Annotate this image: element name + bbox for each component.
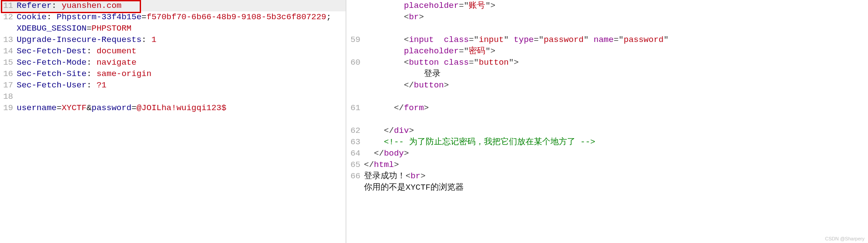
code-token: Phpstorm-33f4b15e: [56, 12, 141, 22]
line-number: 61: [346, 102, 362, 114]
code-line[interactable]: 登录: [346, 68, 868, 80]
code-token: :: [87, 46, 97, 56]
code-token: username: [17, 103, 56, 113]
code-line[interactable]: 61 </form>: [346, 102, 868, 114]
code-token: yuanshen.com: [62, 1, 122, 10]
code-token: class: [444, 35, 469, 45]
code-token: </: [404, 80, 414, 90]
code-line[interactable]: placeholder="账号">: [346, 0, 868, 11]
code-token: =": [614, 35, 624, 45]
code-content[interactable]: 登录成功！<br>: [362, 170, 868, 182]
code-content[interactable]: placeholder="账号">: [362, 0, 868, 11]
code-token: div: [394, 126, 409, 135]
code-token: <: [406, 171, 410, 181]
code-line[interactable]: 11Referer: yuanshen.com: [0, 0, 346, 11]
code-content[interactable]: [362, 114, 868, 125]
code-content[interactable]: Cookie: Phpstorm-33f4b15e=f570bf70-6b66-…: [15, 11, 346, 23]
code-line[interactable]: 17Sec-Fetch-User: ?1: [0, 80, 346, 91]
right-code-area[interactable]: placeholder="账号"> <br> 59 <input class="…: [346, 0, 868, 243]
code-token: :: [87, 69, 97, 79]
code-content[interactable]: </button>: [362, 80, 868, 91]
code-token: placeholder: [404, 46, 459, 56]
code-content[interactable]: </div>: [362, 125, 868, 136]
code-content[interactable]: </html>: [362, 159, 868, 170]
code-line[interactable]: 16Sec-Fetch-Site: same-origin: [0, 68, 346, 80]
code-line[interactable]: 15Sec-Fetch-Mode: navigate: [0, 57, 346, 68]
code-token: navigate: [96, 58, 136, 67]
code-token: :: [87, 80, 97, 90]
code-line[interactable]: 12Cookie: Phpstorm-33f4b15e=f570bf70-6b6…: [0, 11, 346, 23]
code-token: button: [414, 80, 444, 90]
code-line[interactable]: [346, 91, 868, 102]
code-content[interactable]: </body>: [362, 148, 868, 159]
code-content[interactable]: </form>: [362, 102, 868, 114]
code-token: form: [404, 103, 424, 113]
code-token: Sec-Fetch-Site: [17, 69, 87, 79]
code-line[interactable]: 66登录成功！<br>: [346, 170, 868, 182]
code-content[interactable]: Sec-Fetch-Site: same-origin: [15, 68, 346, 80]
code-content[interactable]: Sec-Fetch-Mode: navigate: [15, 57, 346, 68]
line-number: 14: [0, 45, 15, 57]
code-token: >: [444, 80, 448, 90]
code-line[interactable]: <br>: [346, 11, 868, 23]
code-content[interactable]: 你用的不是XYCTF的浏览器: [362, 182, 868, 193]
code-token: <: [404, 58, 409, 67]
code-line[interactable]: 18: [0, 91, 346, 102]
code-token: Sec-Fetch-Dest: [17, 46, 87, 56]
right-editor-pane[interactable]: placeholder="账号"> <br> 59 <input class="…: [346, 0, 868, 243]
code-token: html: [374, 160, 394, 170]
code-content[interactable]: XDEBUG_SESSION=PHPSTORM: [15, 23, 346, 34]
line-number: 17: [0, 80, 15, 91]
line-number: 18: [0, 91, 15, 102]
code-line[interactable]: 14Sec-Fetch-Dest: document: [0, 45, 346, 57]
code-line[interactable]: [346, 114, 868, 125]
code-content[interactable]: [362, 91, 868, 102]
code-token: &: [87, 103, 92, 113]
code-content[interactable]: [362, 23, 868, 34]
code-token: name: [594, 35, 614, 45]
code-token: </: [384, 103, 404, 113]
code-token: ": [504, 35, 514, 45]
code-line[interactable]: 13Upgrade-Insecure-Requests: 1: [0, 34, 346, 45]
code-line[interactable]: 你用的不是XYCTF的浏览器: [346, 182, 868, 193]
code-token: [439, 58, 444, 67]
code-token: 1: [152, 35, 156, 45]
left-code-area[interactable]: 11Referer: yuanshen.com12Cookie: Phpstor…: [0, 0, 346, 243]
code-token: input: [479, 35, 504, 45]
code-token: password: [544, 35, 584, 45]
code-content[interactable]: <input class="input" type="password" nam…: [362, 34, 868, 45]
code-token: f570bf70-6b66-48b9-9108-5b3c6f807229: [146, 12, 326, 22]
code-token: Sec-Fetch-User: [17, 80, 87, 90]
code-line[interactable]: 62 </div>: [346, 125, 868, 136]
code-content[interactable]: Sec-Fetch-User: ?1: [15, 80, 346, 91]
code-token: :: [87, 58, 97, 67]
code-line[interactable]: [346, 23, 868, 34]
code-line[interactable]: 63 <!-- 为了防止忘记密码，我把它们放在某个地方了 -->: [346, 136, 868, 148]
left-editor-pane[interactable]: 11Referer: yuanshen.com12Cookie: Phpstor…: [0, 0, 346, 243]
code-content[interactable]: username=XYCTF&password=@JOILha!wuigqi12…: [15, 102, 346, 114]
code-content[interactable]: <br>: [362, 11, 868, 23]
code-content[interactable]: placeholder="密码">: [362, 45, 868, 57]
code-content[interactable]: Referer: yuanshen.com: [15, 0, 346, 11]
code-content[interactable]: <button class="button">: [362, 57, 868, 68]
code-line[interactable]: 60 <button class="button">: [346, 57, 868, 68]
code-token: br: [410, 171, 420, 181]
code-token: >: [420, 171, 425, 181]
code-content[interactable]: 登录: [362, 68, 868, 80]
code-line[interactable]: XDEBUG_SESSION=PHPSTORM: [0, 23, 346, 34]
code-token: </: [364, 160, 374, 170]
code-line[interactable]: 64 </body>: [346, 148, 868, 159]
code-line[interactable]: 65</html>: [346, 159, 868, 170]
code-line[interactable]: </button>: [346, 80, 868, 91]
code-token: ">: [485, 46, 495, 56]
code-line[interactable]: 59 <input class="input" type="password" …: [346, 34, 868, 45]
code-line[interactable]: 19username=XYCTF&password=@JOILha!wuigqi…: [0, 102, 346, 114]
code-line[interactable]: placeholder="密码">: [346, 45, 868, 57]
code-token: >: [424, 103, 429, 113]
code-token: br: [409, 12, 419, 22]
code-token: PHPSTORM: [92, 24, 131, 33]
code-content[interactable]: Sec-Fetch-Dest: document: [15, 45, 346, 57]
code-content[interactable]: <!-- 为了防止忘记密码，我把它们放在某个地方了 -->: [362, 136, 868, 148]
code-token: Sec-Fetch-Mode: [17, 58, 87, 67]
code-content[interactable]: Upgrade-Insecure-Requests: 1: [15, 34, 346, 45]
